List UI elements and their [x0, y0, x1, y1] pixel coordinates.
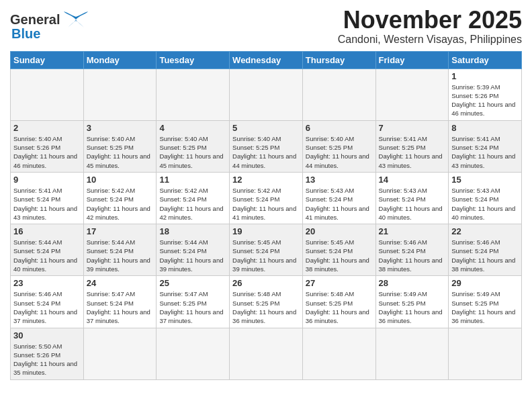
calendar-day-cell: 7Sunrise: 5:41 AM Sunset: 5:25 PM Daylig…	[375, 120, 449, 172]
day-number: 3	[87, 123, 154, 133]
calendar-day-cell: 20Sunrise: 5:45 AM Sunset: 5:24 PM Dayli…	[302, 224, 375, 276]
calendar-week-row: 1Sunrise: 5:39 AM Sunset: 5:26 PM Daylig…	[11, 68, 522, 120]
calendar-day-cell	[302, 328, 375, 379]
day-info: Sunrise: 5:41 AM Sunset: 5:24 PM Dayligh…	[451, 134, 519, 170]
calendar-day-cell: 9Sunrise: 5:41 AM Sunset: 5:24 PM Daylig…	[11, 172, 84, 224]
calendar-day-cell	[230, 328, 303, 379]
day-number: 6	[306, 123, 373, 133]
calendar-day-cell: 18Sunrise: 5:44 AM Sunset: 5:24 PM Dayli…	[157, 224, 230, 276]
day-info: Sunrise: 5:42 AM Sunset: 5:24 PM Dayligh…	[159, 186, 226, 222]
calendar-day-cell	[157, 68, 230, 120]
calendar-day-cell: 4Sunrise: 5:40 AM Sunset: 5:25 PM Daylig…	[157, 120, 230, 172]
page-header: General Blue November 2025 Candoni, West…	[10, 7, 522, 46]
col-thursday: Thursday	[302, 51, 375, 68]
calendar-day-cell	[157, 328, 230, 379]
day-number: 13	[306, 175, 373, 185]
calendar-table: Sunday Monday Tuesday Wednesday Thursday…	[10, 51, 522, 380]
day-info: Sunrise: 5:46 AM Sunset: 5:24 PM Dayligh…	[379, 238, 446, 273]
day-info: Sunrise: 5:48 AM Sunset: 5:25 PM Dayligh…	[306, 289, 373, 325]
calendar-day-cell	[375, 328, 449, 379]
day-number: 21	[379, 226, 446, 236]
logo-blue-text: Blue	[11, 26, 40, 42]
day-number: 28	[379, 278, 446, 288]
calendar-day-cell: 17Sunrise: 5:44 AM Sunset: 5:24 PM Dayli…	[83, 224, 157, 276]
col-tuesday: Tuesday	[157, 51, 230, 68]
logo-bird-icon	[62, 10, 89, 29]
calendar-day-cell	[375, 68, 449, 120]
calendar-day-cell: 1Sunrise: 5:39 AM Sunset: 5:26 PM Daylig…	[449, 68, 522, 120]
day-info: Sunrise: 5:45 AM Sunset: 5:24 PM Dayligh…	[306, 238, 373, 273]
day-info: Sunrise: 5:42 AM Sunset: 5:24 PM Dayligh…	[232, 186, 300, 222]
calendar-day-cell	[230, 68, 303, 120]
calendar-day-cell: 19Sunrise: 5:45 AM Sunset: 5:24 PM Dayli…	[230, 224, 303, 276]
calendar-day-cell: 6Sunrise: 5:40 AM Sunset: 5:25 PM Daylig…	[302, 120, 375, 172]
calendar-day-cell: 5Sunrise: 5:40 AM Sunset: 5:25 PM Daylig…	[230, 120, 303, 172]
calendar-day-cell: 16Sunrise: 5:44 AM Sunset: 5:24 PM Dayli…	[11, 224, 84, 276]
day-number: 18	[159, 226, 226, 236]
day-info: Sunrise: 5:45 AM Sunset: 5:24 PM Dayligh…	[232, 238, 300, 273]
day-info: Sunrise: 5:48 AM Sunset: 5:25 PM Dayligh…	[232, 289, 300, 325]
calendar-day-cell	[11, 68, 84, 120]
col-saturday: Saturday	[449, 51, 522, 68]
calendar-day-cell: 27Sunrise: 5:48 AM Sunset: 5:25 PM Dayli…	[302, 276, 375, 328]
calendar-week-row: 9Sunrise: 5:41 AM Sunset: 5:24 PM Daylig…	[11, 172, 522, 224]
day-number: 14	[379, 175, 446, 185]
day-info: Sunrise: 5:40 AM Sunset: 5:25 PM Dayligh…	[87, 134, 154, 170]
day-number: 19	[232, 226, 300, 236]
day-number: 10	[87, 175, 154, 185]
calendar-day-cell: 15Sunrise: 5:43 AM Sunset: 5:24 PM Dayli…	[449, 172, 522, 224]
calendar-day-cell	[302, 68, 375, 120]
day-info: Sunrise: 5:40 AM Sunset: 5:25 PM Dayligh…	[306, 134, 373, 170]
location-subtitle: Candoni, Western Visayas, Philippines	[338, 34, 522, 46]
calendar-day-cell: 13Sunrise: 5:43 AM Sunset: 5:24 PM Dayli…	[302, 172, 375, 224]
day-info: Sunrise: 5:47 AM Sunset: 5:24 PM Dayligh…	[87, 289, 154, 325]
day-number: 24	[87, 278, 154, 288]
day-number: 5	[232, 123, 300, 133]
day-number: 1	[451, 71, 519, 81]
calendar-day-cell: 24Sunrise: 5:47 AM Sunset: 5:24 PM Dayli…	[83, 276, 157, 328]
day-info: Sunrise: 5:41 AM Sunset: 5:25 PM Dayligh…	[379, 134, 446, 170]
calendar-day-cell: 28Sunrise: 5:49 AM Sunset: 5:25 PM Dayli…	[375, 276, 449, 328]
logo: General Blue	[10, 7, 89, 42]
calendar-day-cell: 2Sunrise: 5:40 AM Sunset: 5:26 PM Daylig…	[11, 120, 84, 172]
calendar-day-cell: 22Sunrise: 5:46 AM Sunset: 5:24 PM Dayli…	[449, 224, 522, 276]
day-info: Sunrise: 5:46 AM Sunset: 5:24 PM Dayligh…	[13, 289, 81, 325]
logo-general-text: General	[10, 12, 60, 28]
calendar-day-cell: 11Sunrise: 5:42 AM Sunset: 5:24 PM Dayli…	[157, 172, 230, 224]
calendar-week-row: 2Sunrise: 5:40 AM Sunset: 5:26 PM Daylig…	[11, 120, 522, 172]
calendar-day-cell: 8Sunrise: 5:41 AM Sunset: 5:24 PM Daylig…	[449, 120, 522, 172]
calendar-day-cell	[83, 68, 157, 120]
day-info: Sunrise: 5:39 AM Sunset: 5:26 PM Dayligh…	[451, 83, 519, 118]
day-number: 16	[13, 226, 81, 236]
calendar-day-cell: 10Sunrise: 5:42 AM Sunset: 5:24 PM Dayli…	[83, 172, 157, 224]
col-monday: Monday	[83, 51, 157, 68]
calendar-day-cell: 14Sunrise: 5:43 AM Sunset: 5:24 PM Dayli…	[375, 172, 449, 224]
calendar-day-cell: 12Sunrise: 5:42 AM Sunset: 5:24 PM Dayli…	[230, 172, 303, 224]
day-number: 2	[13, 123, 81, 133]
day-info: Sunrise: 5:44 AM Sunset: 5:24 PM Dayligh…	[159, 238, 226, 273]
day-number: 9	[13, 175, 81, 185]
calendar-day-cell: 29Sunrise: 5:49 AM Sunset: 5:25 PM Dayli…	[449, 276, 522, 328]
col-friday: Friday	[375, 51, 449, 68]
calendar-header-row: Sunday Monday Tuesday Wednesday Thursday…	[11, 51, 522, 68]
calendar-day-cell: 21Sunrise: 5:46 AM Sunset: 5:24 PM Dayli…	[375, 224, 449, 276]
day-number: 11	[159, 175, 226, 185]
calendar-week-row: 16Sunrise: 5:44 AM Sunset: 5:24 PM Dayli…	[11, 224, 522, 276]
day-info: Sunrise: 5:43 AM Sunset: 5:24 PM Dayligh…	[379, 186, 446, 222]
month-title: November 2025	[338, 7, 522, 34]
day-info: Sunrise: 5:47 AM Sunset: 5:25 PM Dayligh…	[159, 289, 226, 325]
day-number: 29	[451, 278, 519, 288]
day-info: Sunrise: 5:49 AM Sunset: 5:25 PM Dayligh…	[379, 289, 446, 325]
calendar-day-cell: 23Sunrise: 5:46 AM Sunset: 5:24 PM Dayli…	[11, 276, 84, 328]
day-number: 15	[451, 175, 519, 185]
day-info: Sunrise: 5:50 AM Sunset: 5:26 PM Dayligh…	[13, 342, 81, 377]
day-number: 20	[306, 226, 373, 236]
day-number: 26	[232, 278, 300, 288]
col-sunday: Sunday	[11, 51, 84, 68]
day-number: 7	[379, 123, 446, 133]
day-info: Sunrise: 5:43 AM Sunset: 5:24 PM Dayligh…	[451, 186, 519, 222]
day-number: 12	[232, 175, 300, 185]
calendar-day-cell: 3Sunrise: 5:40 AM Sunset: 5:25 PM Daylig…	[83, 120, 157, 172]
day-info: Sunrise: 5:40 AM Sunset: 5:26 PM Dayligh…	[13, 134, 81, 170]
day-info: Sunrise: 5:44 AM Sunset: 5:24 PM Dayligh…	[13, 238, 81, 273]
